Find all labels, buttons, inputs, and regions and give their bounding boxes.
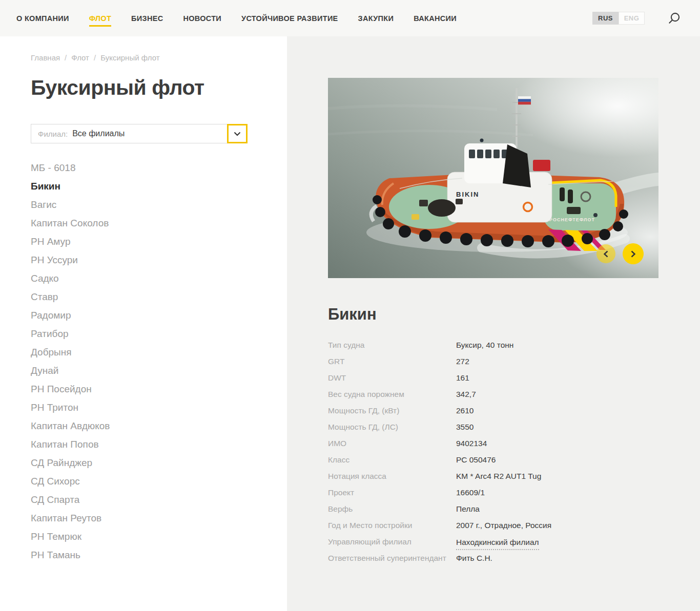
- branch-filter-toggle-button[interactable]: [227, 124, 248, 143]
- page-title: Буксирный флот: [31, 76, 256, 100]
- nav-item-vacancies[interactable]: ВАКАНСИИ: [414, 14, 457, 27]
- spec-label: DWT: [328, 370, 456, 386]
- spec-label: Вес судна порожнем: [328, 386, 456, 403]
- spec-label: Управляющий филиал: [328, 534, 456, 550]
- vessel-list-item[interactable]: Капитан Соколов: [31, 214, 256, 233]
- spec-value: РС 050476: [456, 452, 496, 468]
- breadcrumb-separator: /: [94, 53, 96, 62]
- nav-item-procurement[interactable]: ЗАКУПКИ: [358, 14, 394, 27]
- spec-value: 2610: [456, 403, 473, 419]
- spec-value: 16609/1: [456, 484, 485, 501]
- spec-row: Мощность ГД, (ЛС)3550: [328, 419, 635, 435]
- breadcrumb: Главная/Флот/Буксирный флот: [31, 53, 256, 62]
- prev-image-button[interactable]: [596, 244, 615, 263]
- spec-value-link[interactable]: Находкинский филиал: [456, 535, 539, 550]
- vessel-list-item[interactable]: РН Амур: [31, 233, 256, 251]
- vessel-list-item[interactable]: РН Уссури: [31, 251, 256, 269]
- spec-value: 2007 г., Отрадное, Россия: [456, 517, 551, 534]
- spec-row: Управляющий филиалНаходкинский филиал: [328, 534, 635, 550]
- vessel-list-item[interactable]: Добрыня: [31, 343, 256, 362]
- branch-filter[interactable]: Филиал: Все филиалы: [31, 124, 248, 143]
- vessel-list-item[interactable]: РН Тритон: [31, 398, 256, 417]
- spec-value: 161: [456, 370, 469, 386]
- spec-row: Год и Место постройки2007 г., Отрадное, …: [328, 517, 635, 534]
- boat-name-label: BIKIN: [456, 191, 479, 198]
- spec-row: Вес судна порожнем342,7: [328, 386, 635, 403]
- vessel-list-item[interactable]: Ставр: [31, 288, 256, 306]
- spec-value: Буксир, 40 тонн: [456, 337, 513, 353]
- spec-row: Мощность ГД, (кВт)2610: [328, 403, 635, 419]
- spec-value: Фить С.Н.: [456, 550, 492, 566]
- breadcrumb-item: Буксирный флот: [100, 53, 159, 62]
- page: О КОМПАНИИФЛОТБИЗНЕСНОВОСТИУСТОЙЧИВОЕ РА…: [0, 0, 700, 611]
- spec-label: Нотация класса: [328, 468, 456, 484]
- spec-label: Мощность ГД, (кВт): [328, 403, 456, 419]
- vessel-list-item[interactable]: РН Тамань: [31, 546, 256, 564]
- lang-rus-button[interactable]: RUS: [592, 12, 619, 25]
- nav-item-sustainability[interactable]: УСТОЙЧИВОЕ РАЗВИТИЕ: [241, 14, 338, 27]
- nav-item-fleet[interactable]: ФЛОТ: [89, 14, 111, 27]
- vessel-photo-carousel: РОСНЕФТЕФЛОТ: [328, 78, 658, 278]
- hull-text: РОСНЕФТЕФЛОТ: [549, 217, 595, 222]
- vessel-detail-panel: РОСНЕФТЕФЛОТ: [287, 36, 700, 611]
- chevron-left-icon: [603, 250, 609, 258]
- vessel-list-item[interactable]: Ратибор: [31, 325, 256, 343]
- spec-label: Верфь: [328, 501, 456, 517]
- spec-value: 342,7: [456, 386, 476, 403]
- vessel-list-item[interactable]: СД Сихорс: [31, 472, 256, 491]
- vessel-list-item[interactable]: Дунай: [31, 362, 256, 380]
- fleet-sidebar: Главная/Флот/Буксирный флот Буксирный фл…: [0, 36, 287, 611]
- vessel-list-item[interactable]: РН Посейдон: [31, 380, 256, 398]
- spec-label: Мощность ГД, (ЛС): [328, 419, 456, 435]
- breadcrumb-separator: /: [65, 53, 67, 62]
- lang-eng-button[interactable]: ENG: [619, 12, 645, 25]
- spec-row: Ответственный суперинтендантФить С.Н.: [328, 550, 635, 566]
- spec-row: Тип суднаБуксир, 40 тонн: [328, 337, 635, 353]
- next-image-button[interactable]: [623, 243, 644, 264]
- spec-label: Год и Место постройки: [328, 517, 456, 534]
- vessel-list-item[interactable]: СД Спарта: [31, 491, 256, 509]
- vessel-list-item[interactable]: Бикин: [31, 177, 256, 196]
- vessel-list-item[interactable]: МБ - 6018: [31, 159, 256, 177]
- image-carousel-controls: [596, 243, 644, 264]
- spec-value: Пелла: [456, 501, 480, 517]
- spec-value: KM * Arc4 R2 AUT1 Tug: [456, 468, 541, 484]
- vessel-list-item[interactable]: Капитан Авдюков: [31, 417, 256, 435]
- spec-row: GRT272: [328, 353, 635, 370]
- vessel-list-item[interactable]: СД Райнджер: [31, 454, 256, 472]
- magnifier-icon: [668, 12, 681, 25]
- chevron-right-icon: [630, 250, 636, 258]
- spec-label: GRT: [328, 353, 456, 370]
- vessel-detail-title: Бикин: [328, 305, 700, 324]
- spec-row: Нотация классаKM * Arc4 R2 AUT1 Tug: [328, 468, 635, 484]
- top-navigation-bar: О КОМПАНИИФЛОТБИЗНЕСНОВОСТИУСТОЙЧИВОЕ РА…: [0, 0, 700, 36]
- branch-filter-value: Все филиалы: [72, 129, 125, 138]
- nav-item-about[interactable]: О КОМПАНИИ: [16, 14, 69, 27]
- spec-value: 3550: [456, 419, 473, 435]
- spec-label: Тип судна: [328, 337, 456, 353]
- russian-flag: [518, 96, 531, 104]
- search-button[interactable]: [667, 11, 682, 26]
- spec-label: Класс: [328, 452, 456, 468]
- breadcrumb-item[interactable]: Главная: [31, 53, 60, 62]
- spec-row: КлассРС 050476: [328, 452, 635, 468]
- spec-row: Проект16609/1: [328, 484, 635, 501]
- vessel-list-item[interactable]: РН Темрюк: [31, 528, 256, 546]
- branch-filter-label: Филиал:: [38, 130, 68, 138]
- vessel-list-item[interactable]: Садко: [31, 269, 256, 288]
- nav-item-business[interactable]: БИЗНЕС: [131, 14, 163, 27]
- vessel-list-item[interactable]: Капитан Попов: [31, 435, 256, 454]
- nav-item-news[interactable]: НОВОСТИ: [183, 14, 221, 27]
- vessel-list-item[interactable]: Вагис: [31, 196, 256, 214]
- vessel-list-item[interactable]: Капитан Реутов: [31, 509, 256, 528]
- spec-value: 272: [456, 353, 469, 370]
- chevron-down-icon: [234, 132, 241, 136]
- spec-value: 9402134: [456, 435, 487, 452]
- breadcrumb-item[interactable]: Флот: [71, 53, 89, 62]
- vessel-list: МБ - 6018БикинВагисКапитан СоколовРН Аму…: [31, 159, 256, 564]
- spec-label: ИМО: [328, 435, 456, 452]
- spec-table: Тип суднаБуксир, 40 тоннGRT272DWT161Вес …: [328, 337, 635, 566]
- spec-row: ВерфьПелла: [328, 501, 635, 517]
- spec-label: Проект: [328, 484, 456, 501]
- vessel-list-item[interactable]: Радомир: [31, 306, 256, 325]
